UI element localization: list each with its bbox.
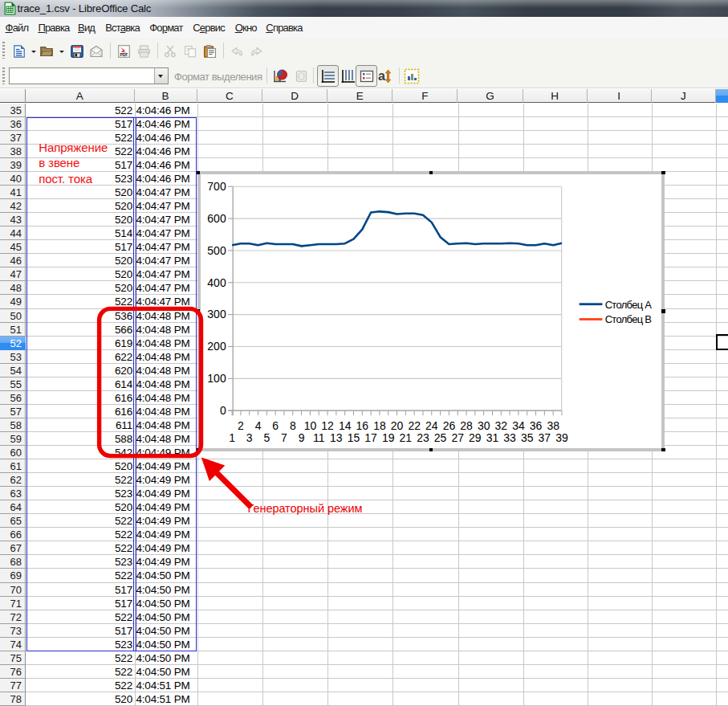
svg-text:38: 38 [547,419,559,432]
svg-text:25: 25 [434,431,447,444]
svg-text:29: 29 [469,431,482,444]
svg-text:34: 34 [512,419,525,432]
svg-text:600: 600 [207,212,226,225]
svg-text:26: 26 [442,419,455,432]
svg-text:23: 23 [417,431,429,444]
svg-text:37: 37 [538,431,551,444]
svg-text:28: 28 [460,419,473,432]
svg-text:21: 21 [399,431,412,444]
svg-text:31: 31 [486,431,498,444]
svg-text:500: 500 [207,244,226,257]
svg-text:700: 700 [207,180,226,193]
svg-text:24: 24 [425,419,438,432]
svg-text:30: 30 [478,419,490,432]
svg-text:Столбец B: Столбец B [604,314,651,326]
svg-text:PDF: PDF [120,52,128,57]
svg-text:22: 22 [408,419,421,432]
svg-text:400: 400 [207,276,226,289]
svg-text:35: 35 [521,431,534,444]
svg-text:33: 33 [503,431,516,444]
svg-text:27: 27 [451,431,464,444]
svg-text:39: 39 [555,431,568,444]
svg-text:20: 20 [391,419,404,432]
svg-text:32: 32 [494,419,507,432]
svg-text:Столбец A: Столбец A [604,299,652,311]
svg-text:a: a [378,69,385,83]
svg-text:36: 36 [530,419,543,432]
